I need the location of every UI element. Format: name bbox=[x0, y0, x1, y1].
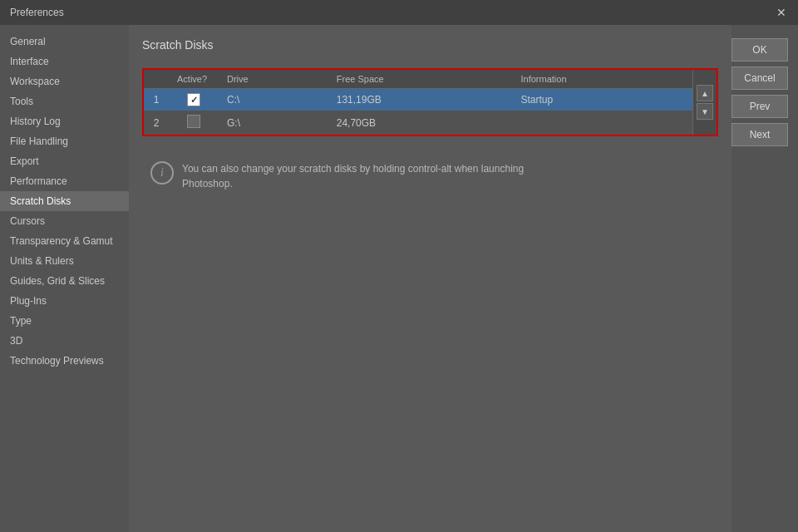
sidebar-item-scratch-disks[interactable]: Scratch Disks bbox=[0, 191, 129, 211]
col-drive: Drive bbox=[219, 70, 328, 89]
row-active-1[interactable] bbox=[169, 89, 219, 111]
row-num-2: 2 bbox=[144, 111, 169, 135]
row-drive-1: C:\ bbox=[219, 89, 328, 111]
preferences-window: Preferences ✕ GeneralInterfaceWorkspaceT… bbox=[0, 0, 798, 532]
sidebar-item-general[interactable]: General bbox=[0, 32, 129, 52]
sidebar-item-plug-ins[interactable]: Plug-Ins bbox=[0, 291, 129, 311]
col-num bbox=[144, 70, 169, 89]
sidebar-item-type[interactable]: Type bbox=[0, 311, 129, 331]
sidebar-item-technology-previews[interactable]: Technology Previews bbox=[0, 351, 129, 371]
info-line2: Photoshop. bbox=[182, 178, 233, 190]
sidebar-item-cursors[interactable]: Cursors bbox=[0, 211, 129, 231]
scratch-disks-table-container: Active? Drive Free Space Information 1C:… bbox=[142, 68, 718, 136]
scroll-down-button[interactable]: ▼ bbox=[697, 103, 713, 120]
close-button[interactable]: ✕ bbox=[775, 6, 788, 19]
cancel-button[interactable]: Cancel bbox=[732, 66, 788, 90]
sidebar-item-history-log[interactable]: History Log bbox=[0, 111, 129, 131]
sidebar-item-tools[interactable]: Tools bbox=[0, 91, 129, 111]
row-active-2[interactable] bbox=[169, 111, 219, 135]
col-information: Information bbox=[513, 70, 692, 89]
row-free-space-2: 24,70GB bbox=[328, 111, 513, 135]
section-title: Scratch Disks bbox=[142, 38, 718, 52]
info-text: You can also change your scratch disks b… bbox=[182, 161, 524, 191]
table-row[interactable]: 1C:\131,19GBStartup bbox=[144, 89, 692, 111]
main-panel: Scratch Disks Active? Drive Free Space bbox=[129, 25, 732, 532]
row-drive-2: G:\ bbox=[219, 111, 328, 135]
sidebar-item-3d[interactable]: 3D bbox=[0, 331, 129, 351]
scroll-up-button[interactable]: ▲ bbox=[697, 85, 713, 101]
sidebar: GeneralInterfaceWorkspaceToolsHistory Lo… bbox=[0, 25, 129, 532]
table-row[interactable]: 2G:\24,70GB bbox=[144, 111, 692, 135]
row-information-2 bbox=[513, 111, 692, 135]
scroll-arrows: ▲ ▼ bbox=[692, 70, 717, 135]
info-line1: You can also change your scratch disks b… bbox=[182, 163, 524, 175]
sidebar-item-workspace[interactable]: Workspace bbox=[0, 71, 129, 91]
row-information-1: Startup bbox=[513, 89, 692, 111]
info-icon: i bbox=[150, 161, 174, 185]
sidebar-item-transparency-gamut[interactable]: Transparency & Gamut bbox=[0, 231, 129, 251]
table-with-scroll: Active? Drive Free Space Information 1C:… bbox=[144, 70, 717, 135]
right-buttons: OK Cancel Prev Next bbox=[732, 25, 798, 532]
info-box: i You can also change your scratch disks… bbox=[142, 153, 718, 200]
col-active: Active? bbox=[169, 70, 219, 89]
checkbox-checked-icon[interactable] bbox=[187, 93, 200, 106]
title-bar: Preferences ✕ bbox=[0, 0, 798, 25]
sidebar-item-file-handling[interactable]: File Handling bbox=[0, 131, 129, 151]
ok-button[interactable]: OK bbox=[732, 38, 788, 62]
checkbox-unchecked-icon[interactable] bbox=[187, 115, 200, 128]
prev-button[interactable]: Prev bbox=[732, 95, 788, 118]
sidebar-item-performance[interactable]: Performance bbox=[0, 171, 129, 191]
sidebar-item-export[interactable]: Export bbox=[0, 151, 129, 171]
window-title: Preferences bbox=[10, 7, 64, 18]
sidebar-item-guides-grid[interactable]: Guides, Grid & Slices bbox=[0, 271, 129, 291]
sidebar-item-units-rulers[interactable]: Units & Rulers bbox=[0, 251, 129, 271]
table-wrapper: Active? Drive Free Space Information 1C:… bbox=[144, 70, 692, 135]
disk-table-body: 1C:\131,19GBStartup2G:\24,70GB bbox=[144, 89, 692, 135]
main-content: GeneralInterfaceWorkspaceToolsHistory Lo… bbox=[0, 25, 798, 532]
table-header-row: Active? Drive Free Space Information bbox=[144, 70, 692, 89]
row-num-1: 1 bbox=[144, 89, 169, 111]
col-free-space: Free Space bbox=[328, 70, 513, 89]
next-button[interactable]: Next bbox=[732, 123, 788, 146]
sidebar-item-interface[interactable]: Interface bbox=[0, 52, 129, 71]
disk-table: Active? Drive Free Space Information 1C:… bbox=[144, 70, 692, 135]
row-free-space-1: 131,19GB bbox=[328, 89, 513, 111]
